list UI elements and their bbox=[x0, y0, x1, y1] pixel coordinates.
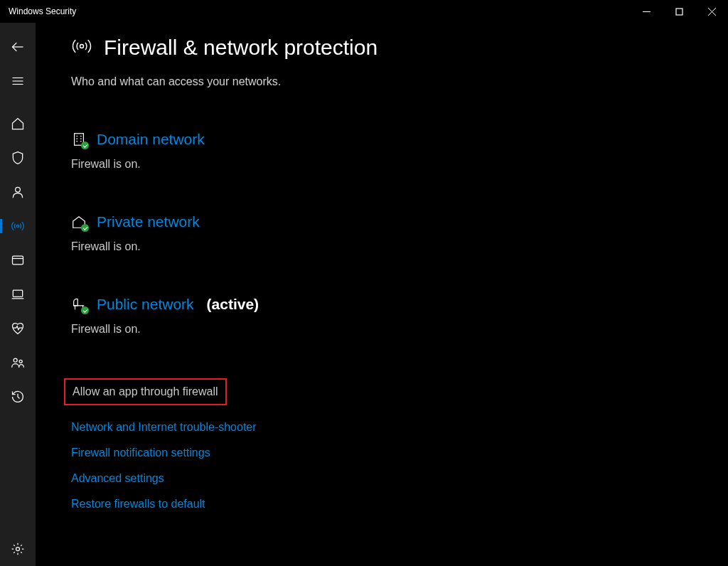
menu-button[interactable] bbox=[0, 64, 36, 98]
close-icon bbox=[708, 8, 716, 16]
nav-protection-history[interactable] bbox=[0, 380, 36, 414]
nav-device-performance[interactable] bbox=[0, 311, 36, 346]
public-network-status: Firewall is on. bbox=[71, 323, 692, 336]
window-title: Windows Security bbox=[9, 6, 76, 16]
svg-rect-10 bbox=[13, 256, 23, 265]
nav-home[interactable] bbox=[0, 107, 36, 141]
settings-links: Allow an app through firewall Network an… bbox=[71, 378, 692, 511]
check-badge-icon bbox=[81, 306, 89, 314]
allow-app-link[interactable]: Allow an app through firewall bbox=[64, 378, 227, 405]
active-indicator: (active) bbox=[207, 296, 259, 313]
nav-device-security[interactable] bbox=[0, 277, 36, 311]
svg-rect-1 bbox=[676, 9, 682, 15]
nav-virus-protection[interactable] bbox=[0, 141, 36, 175]
troubleshooter-link[interactable]: Network and Internet trouble-shooter bbox=[71, 421, 692, 434]
domain-network-section: Domain network Firewall is on. bbox=[71, 131, 692, 171]
check-badge-icon bbox=[81, 142, 89, 149]
minimize-icon bbox=[643, 8, 651, 16]
check-badge-icon bbox=[81, 224, 89, 232]
people-icon bbox=[11, 356, 25, 370]
antenna-large-icon bbox=[71, 36, 92, 60]
nav-firewall[interactable] bbox=[0, 209, 36, 243]
notification-settings-link[interactable]: Firewall notification settings bbox=[71, 447, 692, 459]
svg-point-17 bbox=[80, 45, 84, 48]
arrow-left-icon bbox=[11, 40, 25, 54]
maximize-icon bbox=[675, 8, 683, 16]
svg-point-9 bbox=[16, 225, 18, 227]
svg-point-8 bbox=[16, 187, 21, 192]
antenna-icon bbox=[11, 219, 25, 233]
heart-pulse-icon bbox=[11, 321, 25, 336]
sidebar bbox=[0, 23, 36, 566]
laptop-icon bbox=[11, 287, 25, 301]
svg-point-14 bbox=[14, 358, 17, 362]
content-panel: Firewall & network protection Who and wh… bbox=[36, 23, 728, 566]
close-button[interactable] bbox=[695, 0, 728, 23]
bench-icon bbox=[71, 297, 87, 312]
gear-icon bbox=[11, 542, 25, 556]
shield-icon bbox=[11, 151, 25, 165]
home-icon bbox=[11, 117, 25, 131]
back-button[interactable] bbox=[0, 30, 36, 64]
history-icon bbox=[11, 390, 25, 404]
private-network-status: Firewall is on. bbox=[71, 240, 692, 253]
window-icon bbox=[11, 253, 25, 267]
hamburger-icon bbox=[11, 75, 24, 87]
restore-defaults-link[interactable]: Restore firewalls to default bbox=[71, 498, 692, 511]
svg-point-16 bbox=[16, 548, 20, 551]
svg-rect-12 bbox=[13, 290, 22, 297]
domain-network-link[interactable]: Domain network bbox=[97, 131, 205, 148]
nav-settings[interactable] bbox=[0, 532, 36, 566]
titlebar: Windows Security bbox=[0, 0, 728, 23]
advanced-settings-link[interactable]: Advanced settings bbox=[71, 472, 692, 485]
window-controls bbox=[630, 0, 728, 23]
nav-app-browser[interactable] bbox=[0, 243, 36, 277]
building-icon bbox=[71, 132, 87, 147]
domain-network-status: Firewall is on. bbox=[71, 158, 692, 171]
person-icon bbox=[11, 185, 25, 199]
public-network-section: Public network (active) Firewall is on. bbox=[71, 296, 692, 336]
private-network-link[interactable]: Private network bbox=[97, 213, 200, 230]
home-network-icon bbox=[71, 214, 87, 230]
page-subtitle: Who and what can access your networks. bbox=[71, 75, 692, 88]
page-title: Firewall & network protection bbox=[104, 36, 378, 60]
minimize-button[interactable] bbox=[630, 0, 663, 23]
nav-family-options[interactable] bbox=[0, 346, 36, 380]
nav-account-protection[interactable] bbox=[0, 175, 36, 209]
private-network-section: Private network Firewall is on. bbox=[71, 213, 692, 253]
svg-point-15 bbox=[19, 360, 22, 363]
maximize-button[interactable] bbox=[663, 0, 695, 23]
public-network-link[interactable]: Public network bbox=[97, 296, 194, 313]
page-header: Firewall & network protection bbox=[71, 36, 692, 60]
